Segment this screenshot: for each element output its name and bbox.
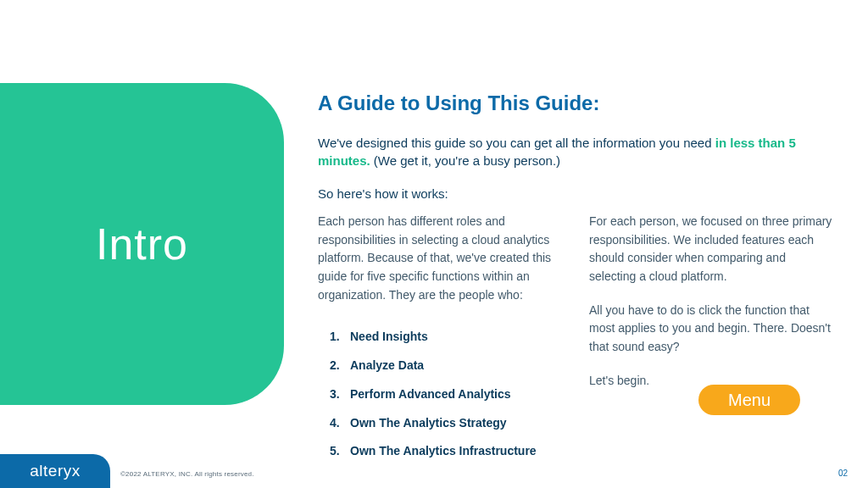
copyright-text: ©2022 ALTERYX, INC. All rights reserved.: [120, 470, 254, 478]
page-title: A Guide to Using This Guide:: [318, 92, 835, 115]
col1-paragraph: Each person has different roles and resp…: [318, 213, 564, 304]
column-right: For each person, we focused on three pri…: [589, 213, 835, 471]
column-left: Each person has different roles and resp…: [318, 213, 564, 471]
menu-button[interactable]: Menu: [698, 385, 800, 415]
lede-text-post: (We get it, you're a busy person.): [374, 153, 560, 168]
brand-logo-text: alteryx: [30, 462, 80, 480]
list-item: Own The Analytics Infrastructure: [330, 442, 564, 461]
slide: Intro A Guide to Using This Guide: We've…: [0, 0, 868, 488]
columns: Each person has different roles and resp…: [318, 213, 835, 471]
page-number: 02: [838, 469, 848, 478]
col2-paragraph-2: All you have to do is click the function…: [589, 302, 835, 357]
brand-pill: alteryx: [0, 454, 110, 488]
list-item: Own The Analytics Strategy: [330, 414, 564, 433]
list-item: Need Insights: [330, 328, 564, 347]
how-it-works-label: So here's how it works:: [318, 186, 835, 201]
functions-list: Need Insights Analyze Data Perform Advan…: [318, 328, 564, 460]
list-item: Perform Advanced Analytics: [330, 385, 564, 404]
lede-paragraph: We've designed this guide so you can get…: [318, 134, 835, 169]
lede-text-pre: We've designed this guide so you can get…: [318, 136, 715, 150]
intro-panel: Intro: [0, 83, 284, 405]
col2-paragraph-1: For each person, we focused on three pri…: [589, 213, 835, 286]
intro-panel-label: Intro: [96, 219, 188, 269]
list-item: Analyze Data: [330, 357, 564, 375]
